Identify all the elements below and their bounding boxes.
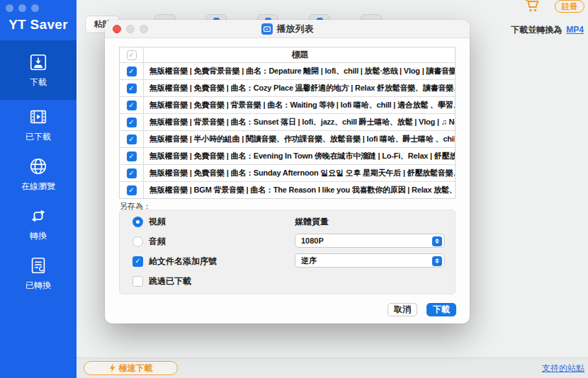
download-button[interactable]: 下載: [426, 303, 456, 316]
format-link[interactable]: MP4: [566, 25, 584, 35]
sidebar-item-label: 已下載: [26, 131, 51, 143]
supported-sites-link[interactable]: 支持的站點: [542, 362, 584, 374]
audio-radio[interactable]: [132, 236, 143, 247]
order-select[interactable]: 逆序: [295, 253, 445, 268]
turbo-download-button[interactable]: 極速下載: [84, 361, 178, 375]
quality-select[interactable]: 1080P: [295, 234, 445, 248]
skip-downloaded-option[interactable]: 跳過已下載: [132, 275, 217, 287]
media-quality-label: 媒體質量: [295, 216, 445, 228]
table-row[interactable]: 無版權音樂 | 免費音樂 | 背景音樂 | 曲名：Waiting 等待 | lo…: [120, 96, 455, 113]
table-row[interactable]: 無版權音樂 | BGM 背景音樂 | 曲名：The Reason I like …: [120, 181, 455, 198]
sidebar-item-download[interactable]: 下載: [0, 40, 77, 100]
chevron-up-down-icon: [432, 256, 442, 266]
playlist-table: 標題 無版權音樂 | 免費背景音樂 | 曲名：Depature 離開 | lof…: [119, 47, 456, 199]
convert-to-label: 下載並轉換為: [511, 25, 562, 35]
table-row[interactable]: 無版權音樂 | 半小時的組曲 | 閱讀音樂、作功課音樂、放鬆音樂 | lofi …: [120, 130, 455, 147]
download-icon: [28, 52, 48, 72]
row-title: 無版權音樂 | BGM 背景音樂 | 曲名：The Reason I like …: [144, 185, 455, 195]
convert-format-row: 下載並轉換為MP4: [511, 24, 584, 36]
row-checkbox[interactable]: [127, 151, 137, 161]
sidebar-item-label: 下載: [30, 76, 47, 88]
video-option[interactable]: 視頻: [132, 216, 217, 227]
skip-downloaded-checkbox[interactable]: [132, 276, 143, 287]
convert-icon: [28, 206, 48, 226]
sidebar-item-downloaded[interactable]: 已下載: [0, 100, 77, 149]
quality-select-value: 1080P: [301, 236, 324, 245]
table-row[interactable]: 無版權音樂 | 背景音樂 | 曲名：Sunset 落日 | lofi、jazz、…: [120, 113, 455, 130]
options-right-column: 媒體質量 1080P 逆序: [295, 216, 445, 273]
row-title: 無版權音樂 | 免費音樂 | 曲名：Cozy Place 温馨舒適的地方 | R…: [144, 83, 455, 93]
online-browse-icon: [28, 156, 48, 176]
close-icon[interactable]: [113, 25, 121, 33]
row-checkbox[interactable]: [127, 168, 137, 178]
table-row[interactable]: 無版權音樂 | 免費音樂 | 曲名：Cozy Place 温馨舒適的地方 | R…: [120, 79, 455, 96]
table-row[interactable]: 無版權音樂 | 免費音樂 | 曲名：Sunday Afternoon 일요일 오…: [120, 164, 455, 181]
minimize-icon[interactable]: [126, 25, 135, 33]
sidebar: YT Saver 下載: [0, 0, 77, 378]
row-title: 無版權音樂 | 免費背景音樂 | 曲名：Depature 離開 | lofi、c…: [144, 66, 455, 76]
sidebar-item-label: 轉換: [30, 230, 47, 242]
select-all-cell[interactable]: [120, 47, 144, 62]
add-index-label: 給文件名添加序號: [149, 256, 217, 268]
row-checkbox[interactable]: [127, 67, 137, 76]
row-checkbox[interactable]: [127, 118, 137, 127]
app-logo: YT Saver: [0, 17, 77, 33]
zoom-window-icon[interactable]: [31, 4, 39, 12]
video-radio-label: 視頻: [149, 216, 166, 228]
row-checkbox[interactable]: [127, 134, 137, 144]
sidebar-item-label: 已轉換: [26, 280, 51, 292]
row-title: 無版權音樂 | 免費音樂 | 曲名：Sunday Afternoon 일요일 오…: [144, 168, 455, 178]
sidebar-item-online-browse[interactable]: 在線瀏覽: [0, 149, 77, 199]
row-title: 無版權音樂 | 免費音樂 | 背景音樂 | 曲名：Waiting 等待 | lo…: [144, 100, 455, 110]
downloaded-icon: [28, 107, 48, 127]
skip-downloaded-label: 跳過已下載: [149, 275, 191, 287]
window-traffic-lights[interactable]: [6, 4, 39, 12]
sidebar-item-label: 在線瀏覽: [21, 181, 55, 193]
row-title: 無版權音樂 | 半小時的組曲 | 閱讀音樂、作功課音樂、放鬆音樂 | lofi …: [144, 134, 455, 144]
table-row[interactable]: 無版權音樂 | 免費背景音樂 | 曲名：Depature 離開 | lofi、c…: [120, 62, 455, 79]
video-radio[interactable]: [132, 217, 143, 227]
row-title: 無版權音樂 | 免費音樂 | 曲名：Evening In Town 傍晚在城市中…: [144, 151, 455, 161]
options-panel: 視頻 音頻 給文件名添加序號 跳過已下載 媒體質量 1080P: [119, 210, 456, 294]
converted-icon: [28, 256, 48, 275]
add-index-option[interactable]: 給文件名添加序號: [132, 256, 217, 267]
sidebar-item-converted[interactable]: 已轉換: [0, 248, 77, 298]
register-button[interactable]: 註冊: [555, 0, 584, 13]
table-header-row: 標題: [120, 47, 455, 62]
cart-icon[interactable]: [524, 0, 540, 16]
turbo-download-label: 極速下載: [119, 362, 153, 374]
zoom-icon[interactable]: [140, 25, 148, 33]
playlist-icon: [261, 23, 273, 35]
modal-title: 播放列表: [277, 23, 314, 35]
modal-titlebar: 播放列表: [105, 20, 470, 38]
modal-traffic-lights[interactable]: [113, 25, 148, 33]
chevron-up-down-icon: [432, 236, 442, 246]
table-row[interactable]: 無版權音樂 | 免費音樂 | 曲名：Evening In Town 傍晚在城市中…: [120, 147, 455, 164]
bottom-bar: 極速下載 支持的站點: [77, 357, 588, 378]
minimize-window-icon[interactable]: [18, 4, 26, 12]
order-select-value: 逆序: [301, 256, 317, 266]
close-window-icon[interactable]: [6, 4, 13, 12]
select-all-checkbox[interactable]: [127, 50, 137, 60]
sidebar-item-convert[interactable]: 轉換: [0, 199, 77, 248]
options-left-column: 視頻 音頻 給文件名添加序號 跳過已下載: [132, 216, 217, 295]
sidebar-nav: 下載 已下載: [0, 40, 77, 298]
title-column-header: 標題: [144, 49, 455, 61]
row-title: 無版權音樂 | 背景音樂 | 曲名：Sunset 落日 | lofi、jazz、…: [144, 117, 455, 127]
audio-radio-label: 音頻: [149, 236, 166, 248]
row-checkbox[interactable]: [127, 84, 137, 93]
add-index-checkbox[interactable]: [132, 256, 143, 267]
cancel-button[interactable]: 取消: [388, 303, 417, 316]
lightning-icon: [109, 363, 115, 373]
row-checkbox[interactable]: [127, 101, 137, 110]
row-checkbox[interactable]: [127, 185, 137, 195]
playlist-modal: 播放列表 標題 無版權音樂 | 免費背景音樂 | 曲名：Depature 離開 …: [105, 20, 470, 323]
app-window: YT Saver 下載: [0, 0, 588, 378]
audio-option[interactable]: 音頻: [132, 236, 217, 247]
